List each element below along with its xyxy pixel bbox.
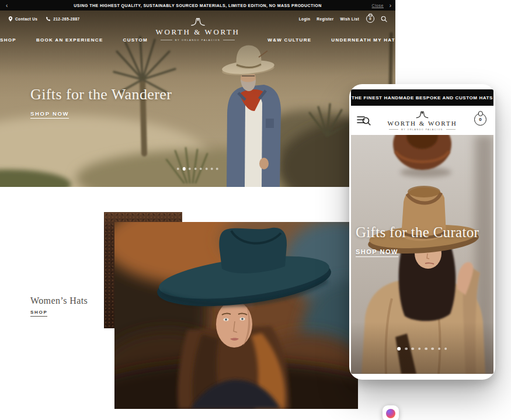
- hero-carousel-dots: [175, 167, 220, 171]
- hat-logo-icon: [415, 110, 429, 119]
- logo-byline: BY ORLANDO PALACIOS: [387, 129, 457, 131]
- phone-link[interactable]: 212-265-2887: [46, 16, 79, 22]
- carousel-dot[interactable]: [398, 347, 401, 350]
- carousel-dot[interactable]: [189, 168, 191, 170]
- hat-logo-icon: [190, 17, 206, 27]
- carousel-dot[interactable]: [182, 167, 186, 171]
- wishlist-link[interactable]: Wish List: [340, 17, 359, 21]
- chevron-right-icon[interactable]: ›: [390, 0, 391, 11]
- carousel-dot[interactable]: [444, 348, 447, 350]
- womens-hats-photo: [114, 222, 358, 409]
- phone-hero-title: Gifts for the Curator: [356, 224, 479, 241]
- phone-hero-carousel: Gifts for the Curator SHOP NOW: [351, 135, 493, 374]
- carousel-dot[interactable]: [425, 348, 427, 350]
- womens-hats-shop-link[interactable]: SHOP: [30, 310, 47, 317]
- search-icon[interactable]: [381, 16, 387, 22]
- contact-us-link[interactable]: Contact Us: [8, 16, 37, 22]
- phone-icon: [46, 16, 51, 22]
- menu-search-icon[interactable]: [357, 115, 371, 126]
- carousel-dot[interactable]: [405, 348, 408, 350]
- cart-count-badge: 0: [479, 117, 481, 122]
- phone-shop-now-link[interactable]: SHOP NOW: [356, 248, 398, 257]
- login-link[interactable]: Login: [299, 17, 311, 21]
- nav-ww-culture[interactable]: W&W CULTURE: [267, 37, 311, 43]
- nav-shop[interactable]: SHOP: [0, 37, 16, 43]
- accessibility-widget-icon: [386, 409, 395, 418]
- phone-screen: THE FINEST HANDMADE BESPOKE AND CUSTOM H…: [351, 89, 493, 374]
- main-nav: SHOP BOOK AN EXPERIENCE CUSTOM W&W CULTU…: [0, 37, 395, 43]
- phone-promo-message: THE FINEST HANDMADE BESPOKE AND CUSTOM H…: [352, 95, 493, 100]
- carousel-dot[interactable]: [438, 348, 441, 350]
- logo-wordmark: WORTH & WORTH: [387, 120, 457, 127]
- logo-wordmark: WORTH & WORTH: [148, 27, 248, 37]
- nav-book-an-experience[interactable]: BOOK AN EXPERIENCE: [36, 37, 103, 43]
- accessibility-widget-button[interactable]: [383, 405, 399, 420]
- nav-custom[interactable]: CUSTOM: [123, 37, 148, 43]
- promo-message: USING THE HIGHEST QUALITY, SUSTAINABLY S…: [74, 4, 321, 8]
- nav-underneath-my-hat[interactable]: UNDERNEATH MY HAT: [331, 37, 395, 43]
- desktop-hero-carousel: Contact Us 212-265-2887 Login Register W…: [0, 11, 395, 187]
- cart-handle-icon: [478, 111, 483, 116]
- carousel-dot[interactable]: [177, 168, 179, 170]
- hatbox-cart-icon[interactable]: 0: [474, 113, 486, 126]
- phone-carousel-dots: [395, 347, 449, 350]
- carousel-dot[interactable]: [211, 168, 213, 170]
- chevron-left-icon[interactable]: ‹: [6, 0, 8, 11]
- phone-promo-bar: THE FINEST HANDMADE BESPOKE AND CUSTOM H…: [351, 89, 493, 106]
- carousel-dot[interactable]: [412, 348, 415, 350]
- register-link[interactable]: Register: [317, 17, 333, 21]
- phone-number: 212-265-2887: [53, 17, 79, 21]
- carousel-dot[interactable]: [200, 168, 202, 170]
- carousel-dot[interactable]: [205, 168, 207, 170]
- promo-close-link[interactable]: Close: [372, 0, 384, 11]
- phone-header: WORTH & WORTH BY ORLANDO PALACIOS 0: [351, 106, 493, 135]
- carousel-dot[interactable]: [431, 348, 434, 350]
- hero-title: Gifts for the Wanderer: [30, 86, 172, 103]
- cart-count-badge: 0: [369, 17, 371, 20]
- location-pin-icon: [8, 16, 13, 22]
- carousel-dot[interactable]: [418, 348, 421, 350]
- phone-site-logo[interactable]: WORTH & WORTH BY ORLANDO PALACIOS: [387, 110, 457, 131]
- cart-handle-icon: [369, 13, 373, 18]
- womens-hats-title: Women’s Hats: [30, 296, 88, 306]
- contact-us-label: Contact Us: [15, 17, 37, 21]
- promo-bar: ‹ USING THE HIGHEST QUALITY, SUSTAINABLY…: [0, 0, 395, 11]
- phone-mockup: THE FINEST HANDMADE BESPOKE AND CUSTOM H…: [349, 84, 495, 380]
- carousel-dot[interactable]: [216, 168, 218, 170]
- hero-shop-now-link[interactable]: SHOP NOW: [30, 110, 69, 119]
- hatbox-cart-icon[interactable]: 0: [366, 15, 374, 23]
- page-canvas: ‹ USING THE HIGHEST QUALITY, SUSTAINABLY…: [0, 0, 511, 420]
- carousel-dot[interactable]: [194, 168, 197, 170]
- desktop-site: ‹ USING THE HIGHEST QUALITY, SUSTAINABLY…: [0, 0, 395, 420]
